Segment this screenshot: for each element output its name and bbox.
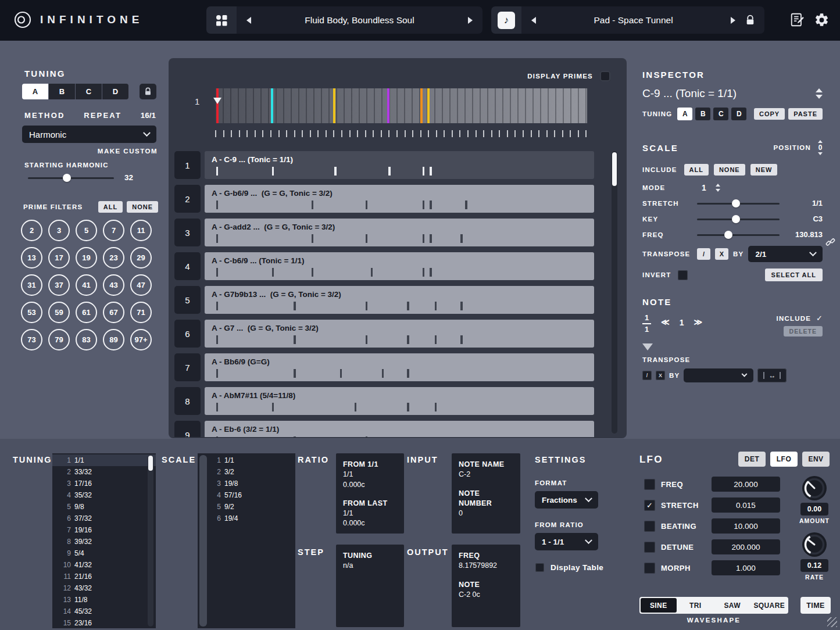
scrollbar-thumb[interactable] <box>148 456 153 471</box>
prime-filter-97plus[interactable]: 97+ <box>130 329 152 350</box>
tuning-list-item[interactable]: 1121/16 <box>52 571 156 582</box>
tuning-lock-button[interactable] <box>140 84 156 99</box>
prime-filter-89[interactable]: 89 <box>103 329 124 350</box>
scale-row[interactable]: 1A - C-9 ... (Tonic = 1/1) <box>174 151 594 179</box>
tuning-strip[interactable] <box>215 88 587 123</box>
prime-filter-79[interactable]: 79 <box>48 329 70 350</box>
slider-thumb[interactable] <box>63 174 71 182</box>
select-all-button[interactable]: SELECT ALL <box>765 269 823 281</box>
tuning-slot-b[interactable]: B <box>49 84 75 99</box>
stretch-value[interactable]: 0.015 <box>712 497 780 513</box>
preset-prev-button[interactable] <box>237 6 261 34</box>
detune-checkbox[interactable] <box>644 542 655 553</box>
tuning-slot-d[interactable]: D <box>731 108 746 120</box>
scale-row[interactable]: 3A - G-add2 ... (G = G, Tonic = 3/2) <box>174 219 594 246</box>
waveshape-tri[interactable]: TRI <box>678 598 714 613</box>
scale-row[interactable]: 5A - G7b9b13 ... (G = G, Tonic = 3/2) <box>174 286 594 314</box>
tuning-slot-a[interactable]: A <box>677 108 692 120</box>
patch-prev-button[interactable] <box>521 6 546 34</box>
scrollbar-thumb[interactable] <box>612 152 617 186</box>
include-all-button[interactable]: ALL <box>684 164 709 176</box>
patch-lock-button[interactable] <box>745 15 755 26</box>
display-primes-toggle[interactable] <box>600 71 610 81</box>
tuning-list-item[interactable]: 1311/8 <box>52 594 156 606</box>
beating-checkbox[interactable] <box>644 521 655 532</box>
beating-value[interactable]: 10.000 <box>712 518 780 534</box>
preset-name[interactable]: Fluid Body, Boundless Soul <box>261 15 458 26</box>
prime-filter-43[interactable]: 43 <box>103 274 124 296</box>
tuning-slot-d[interactable]: D <box>102 84 128 99</box>
tab-lfo[interactable]: LFO <box>770 452 798 467</box>
scale-row[interactable]: 8A - AbM7#11 (5/4=11/8) <box>174 387 594 415</box>
prime-filter-83[interactable]: 83 <box>76 329 97 350</box>
settings-button[interactable] <box>814 12 830 28</box>
prime-filter-29[interactable]: 29 <box>130 247 152 269</box>
invert-checkbox[interactable] <box>678 270 688 280</box>
display-table-checkbox[interactable] <box>535 563 544 572</box>
freq-value[interactable]: 20.000 <box>712 477 780 492</box>
morph-value[interactable]: 1.000 <box>712 560 780 575</box>
delete-note-button[interactable]: DELETE <box>784 326 823 337</box>
tuning-slot-b[interactable]: B <box>695 108 710 120</box>
rate-knob[interactable] <box>801 531 828 558</box>
note-prev-button[interactable]: ≪ <box>661 317 670 327</box>
transpose-multiply-button[interactable]: X <box>715 248 728 260</box>
prime-filter-67[interactable]: 67 <box>103 302 124 323</box>
prime-filter-13[interactable]: 13 <box>21 247 42 269</box>
waveshape-square[interactable]: SQUARE <box>752 598 788 613</box>
save-preset-button[interactable] <box>789 12 805 28</box>
link-icon[interactable] <box>825 237 835 247</box>
tuning-list-item[interactable]: 95/4 <box>52 547 156 559</box>
prime-filter-73[interactable]: 73 <box>21 329 42 350</box>
prime-filter-19[interactable]: 19 <box>76 247 97 269</box>
prime-filter-7[interactable]: 7 <box>103 220 124 241</box>
mode-stepper[interactable] <box>716 184 720 192</box>
prime-filter-17[interactable]: 17 <box>48 247 70 269</box>
tuning-list-item[interactable]: 1445/32 <box>52 606 156 617</box>
prime-filter-11[interactable]: 11 <box>130 220 152 241</box>
method-dropdown[interactable]: Harmonic <box>22 126 156 143</box>
note-transpose-divide-button[interactable]: / <box>642 371 652 380</box>
prime-filter-71[interactable]: 71 <box>130 302 152 323</box>
prime-filter-59[interactable]: 59 <box>48 302 70 323</box>
tab-env[interactable]: ENV <box>802 452 830 467</box>
tuning-slot-c[interactable]: C <box>76 84 102 99</box>
detune-value[interactable]: 200.000 <box>712 539 780 554</box>
tuning-slot-a[interactable]: A <box>22 84 48 99</box>
scale-row[interactable]: 4A - C-b6/9 ... (Tonic = 1/1) <box>174 252 594 280</box>
scale-list-item[interactable]: 11/1 <box>209 454 295 466</box>
note-transpose-apply-button[interactable]: ↔ <box>757 368 787 382</box>
position-stepper[interactable]: 0 <box>818 140 823 155</box>
prime-filter-5[interactable]: 5 <box>76 220 97 241</box>
key-slider[interactable] <box>697 215 780 223</box>
from-ratio-dropdown[interactable]: 1 - 1/1 <box>535 533 598 550</box>
preset-next-button[interactable] <box>458 6 482 34</box>
rate-value[interactable]: 0.12 <box>800 559 828 572</box>
prime-filter-3[interactable]: 3 <box>48 220 70 241</box>
freq-checkbox[interactable] <box>644 479 655 490</box>
chord-stepper[interactable] <box>816 88 823 99</box>
scale-list-item[interactable]: 59/2 <box>209 501 295 513</box>
scale-row[interactable]: 7A - Bb6/9 (G=G) <box>174 353 594 381</box>
prime-filter-37[interactable]: 37 <box>48 274 70 296</box>
stretch-slider[interactable] <box>697 199 780 207</box>
midi-mode-button[interactable]: ♪ <box>491 6 521 34</box>
stretch-checkbox[interactable]: ✓ <box>644 500 655 511</box>
prime-filter-2[interactable]: 2 <box>21 220 42 241</box>
prime-filter-53[interactable]: 53 <box>21 302 42 323</box>
tuning-list-item[interactable]: 435/32 <box>52 489 156 501</box>
preset-browser-button[interactable] <box>206 6 237 34</box>
primes-all-button[interactable]: ALL <box>98 201 123 213</box>
slider-thumb[interactable] <box>732 215 740 223</box>
note-transpose-multiply-button[interactable]: X <box>656 371 665 380</box>
prime-filter-23[interactable]: 23 <box>103 247 124 269</box>
tuning-list-item[interactable]: 839/32 <box>52 536 156 547</box>
scale-list-item[interactable]: 619/4 <box>209 513 295 524</box>
include-new-button[interactable]: NEW <box>750 164 778 176</box>
note-transpose-ratio-dropdown[interactable] <box>684 368 753 382</box>
scale-list-item[interactable]: 23/2 <box>209 466 295 478</box>
note-include-checkbox[interactable]: ✓ <box>816 314 823 323</box>
waveshape-sine[interactable]: SINE <box>641 598 677 613</box>
scale-list-scrollbar[interactable] <box>199 455 207 627</box>
scale-row[interactable]: 2A - G-b6/9 ... (G = G, Tonic = 3/2) <box>174 185 594 213</box>
